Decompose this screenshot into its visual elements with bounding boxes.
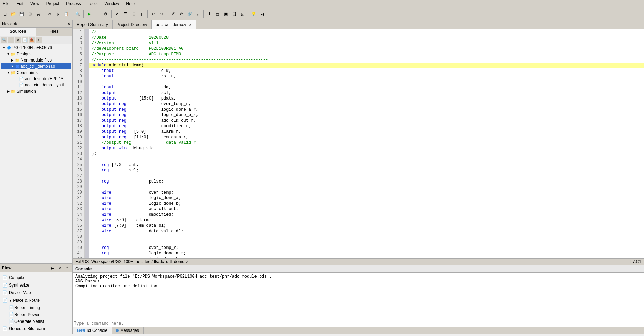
copy-btn[interactable]: ⎘ <box>54 10 62 18</box>
nav-search[interactable]: 🔍 <box>1 37 7 43</box>
tab-report-summary[interactable]: Report Summary <box>73 20 113 29</box>
cut-btn[interactable]: ✂ <box>46 10 54 18</box>
line-indicator-3 <box>85 40 89 46</box>
tab-project-directory[interactable]: Project Directory <box>113 20 152 29</box>
refresh-btn[interactable]: ↺ <box>169 10 177 18</box>
sep7 <box>203 10 204 18</box>
nav-down[interactable]: 📥 <box>29 37 35 43</box>
tab-sources[interactable]: Sources <box>0 28 36 36</box>
menu-view[interactable]: View <box>29 1 41 7</box>
code-scroll[interactable]: 1//-------------------------------------… <box>73 29 644 258</box>
redo-btn[interactable]: ↪ <box>158 10 165 18</box>
compile-label: Compile <box>9 275 24 280</box>
tab-files[interactable]: Files <box>36 28 73 36</box>
flow-compile[interactable]: 📄 Compile <box>1 274 71 281</box>
print-btn[interactable]: 🖨 <box>35 10 42 18</box>
line-code-41: reg logic_done_a_r; <box>89 251 186 256</box>
tree-root[interactable]: ▼ 🔷 PG2L100H-5FBG676 <box>1 45 71 51</box>
open-btn[interactable]: 📂 <box>10 10 17 18</box>
console-tab-tcl[interactable]: TCL Tcl Console <box>73 327 112 334</box>
line-code-33: wire adc_clk_out; <box>89 206 179 212</box>
tree-fdc[interactable]: 📄 adc_test.fdc (E:/PDS <box>1 76 71 82</box>
flow-synthesize[interactable]: 📄 Synthesize <box>1 281 71 289</box>
undo-btn[interactable]: ↩ <box>150 10 157 18</box>
tree-nonmodule[interactable]: ▶ 📁 Non-module files <box>1 57 71 63</box>
tree-simulation[interactable]: ▶ 📁 Simulation <box>1 88 71 94</box>
nav-remove[interactable]: ✕ <box>15 37 21 43</box>
run-btn[interactable]: ▶ <box>85 10 93 18</box>
view2-btn[interactable]: ▣ <box>222 10 230 18</box>
tab-adc-crtl[interactable]: adc_crtl_demo.v × <box>152 20 196 29</box>
code-line-13: 13 output [15:0] pdata, <box>73 96 644 101</box>
link-btn[interactable]: ⑃ <box>194 10 202 18</box>
code-line-27: 27 <box>73 173 644 179</box>
menu-process[interactable]: Process <box>65 1 82 7</box>
paste-btn[interactable]: 📋 <box>63 10 70 18</box>
constraints-label: Constraints <box>17 70 38 75</box>
root-expander[interactable]: ▼ <box>2 46 6 50</box>
flow-help[interactable]: ? <box>64 265 70 271</box>
menu-edit[interactable]: Edit <box>15 1 25 7</box>
designs-expander[interactable]: ▼ <box>6 52 10 56</box>
line-num-2: 2 <box>73 35 85 40</box>
flow-remove[interactable]: ✕ <box>57 265 63 271</box>
tree-constraints[interactable]: ▼ 📁 Constraints <box>1 69 71 76</box>
zoom-in-btn[interactable]: 🔍 <box>74 10 81 18</box>
sync-btn[interactable]: ⟳ <box>177 10 185 18</box>
stop-btn[interactable]: ⚙ <box>102 10 109 18</box>
line-indicator-18 <box>85 123 89 129</box>
bulb-btn[interactable]: 💡 <box>250 10 258 18</box>
flow-reporttiming[interactable]: 📄 Report Timing <box>1 304 71 311</box>
sim-expander[interactable]: ▶ <box>6 89 10 93</box>
file-expander[interactable]: ▼ <box>10 64 15 68</box>
tree-syn[interactable]: 📄 adc_ctrl_demo_syn.fi <box>1 82 71 88</box>
save-btn[interactable]: 💾 <box>18 10 26 18</box>
messages-label: Messages <box>120 328 139 333</box>
reportpower-icon: 📄 <box>9 312 14 317</box>
line-indicator-37 <box>85 228 89 234</box>
nav-up[interactable]: 📄 <box>22 37 28 43</box>
nav-add[interactable]: + <box>8 37 14 43</box>
share-btn[interactable]: ⇶ <box>230 10 238 18</box>
line-indicator-21 <box>85 140 89 146</box>
menu-file[interactable]: File <box>1 1 11 7</box>
list-btn[interactable]: ☰ <box>122 10 129 18</box>
connect-btn[interactable]: 🔗 <box>186 10 193 18</box>
menu-project[interactable]: Project <box>45 1 60 7</box>
tab-adc-crtl-close[interactable]: × <box>188 23 192 27</box>
navigator-close[interactable]: × <box>68 21 70 26</box>
constraints-expander[interactable]: ▼ <box>6 71 10 75</box>
flow-generatebitstream[interactable]: 📄 Generate Bitstream <box>1 325 71 333</box>
new-btn[interactable]: 🗋 <box>1 10 9 18</box>
tree-active-file[interactable]: ▼ ⊡ adc_ctrl_demo (ad <box>1 63 71 69</box>
menu-help[interactable]: Help <box>125 1 136 7</box>
console-tab-messages[interactable]: Messages <box>112 327 144 334</box>
flow-placeroute[interactable]: 📄 ▼ Place & Route <box>1 297 71 304</box>
pause-btn[interactable]: ⏸ <box>94 10 101 18</box>
flow-generatenetlist[interactable]: 📄 Generate Netlist <box>1 318 71 325</box>
flow-devicemap[interactable]: 📄 Device Map <box>1 289 71 297</box>
save-all-btn[interactable]: ⊞ <box>26 10 34 18</box>
line-indicator-1 <box>85 29 89 35</box>
menu-tools[interactable]: Tools <box>87 1 99 7</box>
tabs-bar: Report Summary Project Directory adc_crt… <box>73 20 644 29</box>
flow-reportpower[interactable]: 📄 Report Power <box>1 311 71 318</box>
nav-refresh[interactable]: ↕ <box>36 37 42 43</box>
console-input[interactable] <box>74 321 643 326</box>
line-code-13: output [15:0] pdata, <box>89 96 176 101</box>
check-btn[interactable]: ✔ <box>113 10 121 18</box>
flow-run[interactable]: ▶ <box>49 265 56 271</box>
line-code-35: wire [5:0] alarm; <box>89 217 151 223</box>
menu-window[interactable]: Window <box>103 1 121 7</box>
tree-designs[interactable]: ▼ 📁 Designs <box>1 51 71 57</box>
tree-btn[interactable]: ⟀ <box>239 10 246 18</box>
split-btn[interactable]: ⫿ <box>138 10 146 18</box>
back-btn[interactable]: ⏮ <box>258 10 266 18</box>
at-btn[interactable]: @ <box>214 10 221 18</box>
console-message: Analyzing project file 'E:/PDS_Workspace… <box>75 274 641 279</box>
line-num-1: 1 <box>73 29 85 35</box>
nonmodule-expander[interactable]: ▶ <box>10 58 15 62</box>
info-btn[interactable]: ℹ <box>205 10 213 18</box>
navigator-minimize[interactable]: _ <box>64 21 66 26</box>
grid-btn[interactable]: ⊞ <box>130 10 137 18</box>
